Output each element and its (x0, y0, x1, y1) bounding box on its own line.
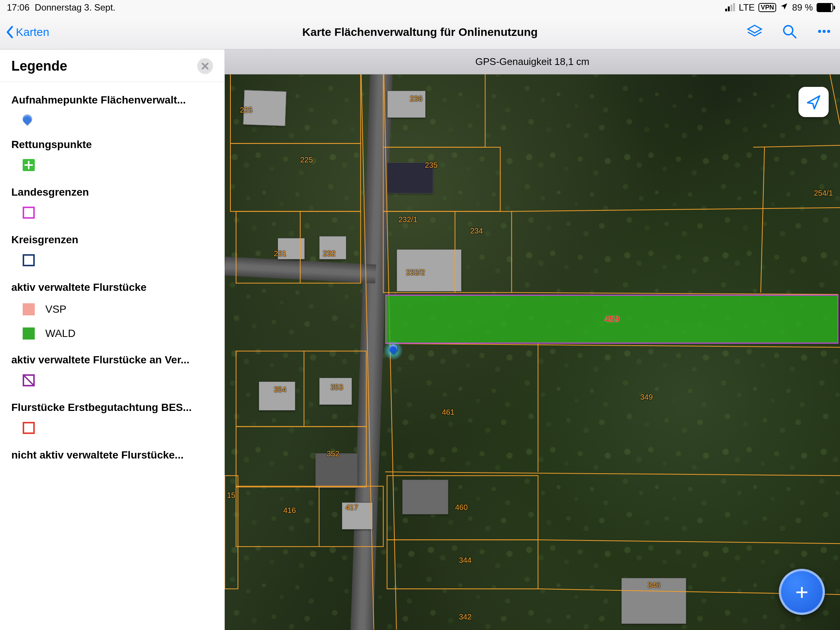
parcel-label: 236 (410, 95, 422, 103)
battery-icon (816, 3, 833, 12)
status-battery-pct: 89 % (792, 2, 813, 13)
parcel-label: 460 (455, 503, 467, 512)
swatch-outline-red (23, 422, 35, 434)
svg-rect-21 (236, 351, 366, 427)
back-label: Karten (16, 26, 49, 38)
status-date: Donnerstag 3. Sept. (35, 2, 115, 13)
pin-icon (21, 112, 34, 125)
legend-section: Rettungspunkte (0, 130, 224, 155)
selected-parcel[interactable]: 459 (385, 295, 838, 344)
map-canvas[interactable]: 459 472236225225235232/1234254/123123223… (225, 49, 840, 630)
close-legend-button[interactable] (197, 58, 213, 74)
svg-line-35 (361, 49, 374, 630)
parcel-label: 354 (274, 385, 286, 394)
svg-line-32 (538, 540, 840, 543)
parcel-label: 349 (640, 393, 653, 401)
parcel-label: 254/1 (814, 189, 833, 197)
more-button[interactable] (816, 23, 832, 41)
legend-section: Flurstücke Erstbegutachtung BES... (0, 393, 224, 417)
legend-panel: Legende Aufnahmepunkte Flächenverwalt...… (0, 49, 225, 630)
swatch-fill-green (23, 327, 35, 339)
legend-body[interactable]: Aufnahmepunkte Flächenverwalt... Rettung… (0, 82, 224, 630)
swatch-hatch-purple (23, 374, 35, 386)
parcel-label: 416 (283, 506, 296, 515)
legend-sub-item: VSP (0, 297, 224, 321)
legend-sub-label: WALD (45, 327, 76, 339)
location-pin[interactable] (385, 343, 401, 358)
location-services-icon (780, 2, 788, 13)
parcel-label: 231 (274, 249, 286, 258)
parcel-label: 235 (425, 161, 437, 170)
parcel-label: 225 (300, 156, 313, 164)
medical-cross-icon (23, 159, 35, 171)
parcel-label: 461 (442, 408, 455, 417)
layers-icon (746, 23, 763, 39)
selected-parcel-label: 459 (604, 314, 619, 324)
search-button[interactable] (781, 23, 798, 41)
parcel-label: 15 (227, 491, 235, 500)
legend-section: aktiv verwaltete Flurstücke (0, 273, 224, 297)
legend-sub-label: VSP (45, 303, 66, 315)
close-icon (201, 62, 209, 70)
legend-section: aktiv verwaltete Flurstücke an Ver... (0, 346, 224, 370)
svg-rect-11 (236, 212, 361, 283)
locate-me-button[interactable] (799, 87, 829, 117)
parcel-label: 346 (648, 581, 660, 590)
page-title: Karte Flächenverwaltung für Onlinenutzun… (0, 26, 840, 38)
svg-line-28 (385, 472, 840, 475)
svg-line-18 (512, 293, 838, 295)
gps-accuracy-text: GPS-Genauigkeit 18,1 cm (475, 56, 589, 68)
more-icon (816, 23, 832, 39)
parcel-label: 353 (330, 383, 343, 392)
legend-sub-item: WALD (0, 321, 224, 346)
vpn-badge: VPN (758, 3, 776, 12)
location-arrow-icon (805, 94, 822, 110)
status-bar: 17:06 Donnerstag 3. Sept. LTE VPN 89 % (0, 0, 840, 15)
gps-accuracy-banner: GPS-Genauigkeit 18,1 cm (225, 49, 840, 74)
signal-icon (725, 4, 735, 11)
swatch-outline-navy (23, 254, 35, 266)
svg-rect-24 (236, 486, 384, 546)
svg-point-3 (818, 30, 821, 33)
svg-rect-10 (231, 144, 361, 212)
nav-bar: Karten Karte Flächenverwaltung für Onlin… (0, 15, 840, 49)
legend-section: nicht aktiv verwaltete Flurstücke... (0, 441, 224, 465)
search-icon (781, 23, 798, 39)
parcel-label: 344 (459, 556, 471, 565)
status-network: LTE (739, 2, 755, 13)
swatch-outline-magenta (23, 207, 35, 219)
parcel-label: 417 (346, 503, 358, 512)
back-button[interactable]: Karten (0, 25, 49, 39)
svg-point-4 (823, 30, 826, 33)
add-button[interactable]: + (779, 569, 825, 615)
parcel-label: 232/2 (406, 268, 425, 277)
parcel-label: 232/1 (398, 215, 417, 224)
swatch-fill-pink (23, 303, 35, 315)
legend-section: Landesgrenzen (0, 178, 224, 202)
status-time: 17:06 (7, 2, 30, 13)
parcel-label: 342 (459, 613, 471, 621)
svg-line-27 (385, 344, 840, 347)
legend-section: Kreisgrenzen (0, 226, 224, 249)
svg-line-20 (761, 147, 764, 293)
parcel-label: 232 (323, 249, 335, 258)
parcel-label: 352 (327, 450, 339, 458)
svg-marker-0 (748, 25, 761, 33)
legend-section: Aufnahmepunkte Flächenverwalt... (0, 86, 224, 110)
svg-rect-23 (236, 426, 366, 487)
legend-title: Legende (11, 58, 67, 74)
battery-fill (817, 4, 831, 11)
svg-point-5 (827, 30, 830, 33)
parcel-label: 234 (470, 227, 483, 235)
plus-icon: + (795, 579, 808, 605)
layers-button[interactable] (746, 23, 763, 41)
chevron-left-icon (5, 25, 14, 39)
svg-line-17 (512, 208, 840, 212)
svg-rect-14 (384, 147, 501, 212)
parcel-label: 225 (240, 106, 252, 114)
svg-line-19 (753, 145, 840, 147)
svg-line-2 (792, 34, 796, 38)
